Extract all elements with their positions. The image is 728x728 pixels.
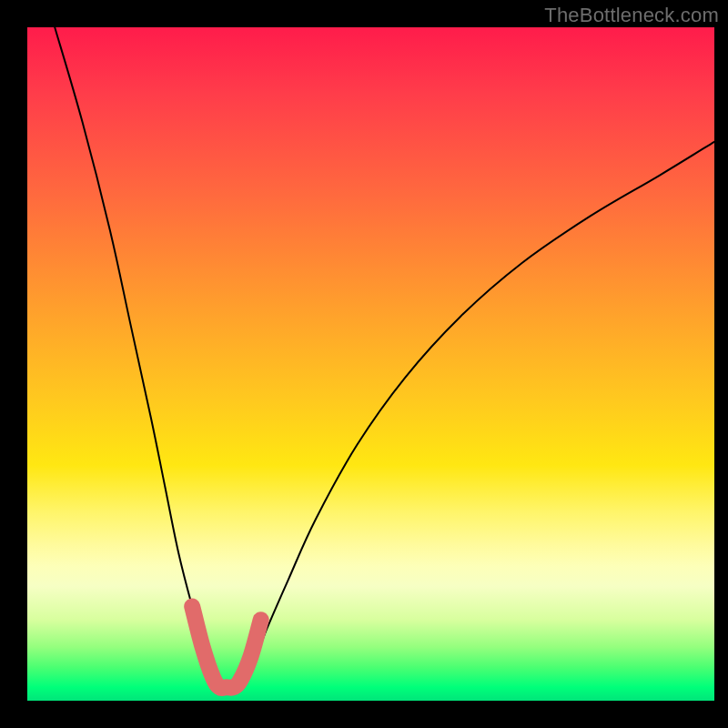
curve-layer — [27, 27, 714, 701]
bottleneck-curve — [55, 27, 714, 688]
valley-highlight — [192, 606, 261, 688]
plot-area — [27, 27, 714, 701]
chart-stage: TheBottleneck.com — [0, 0, 728, 728]
attribution-label: TheBottleneck.com — [544, 4, 719, 27]
